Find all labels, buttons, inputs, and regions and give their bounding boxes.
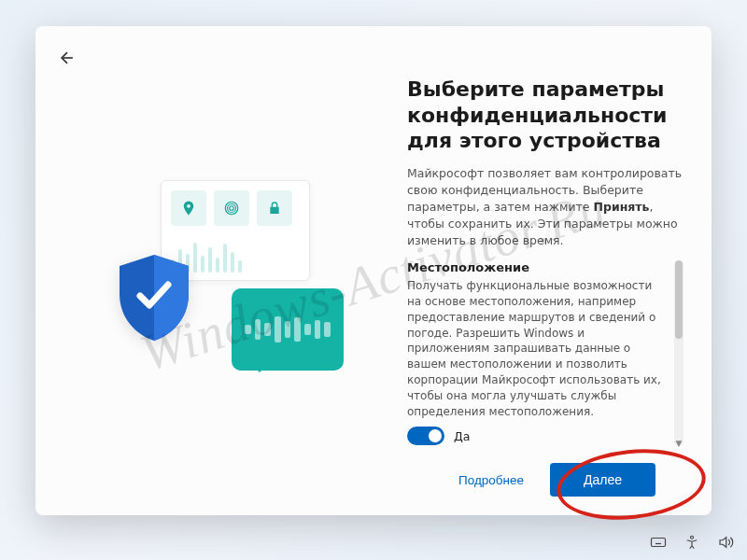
dialog-footer: Подробнее Далее (407, 454, 684, 515)
section-body: Получать функциональные возможности на о… (407, 278, 667, 419)
svg-rect-3 (652, 539, 666, 547)
toggle-row: Да (407, 427, 667, 445)
shield-check-icon (114, 253, 194, 343)
hero-illustration (110, 175, 353, 380)
scrollbar-thumb[interactable] (675, 260, 683, 339)
location-pin-icon (171, 190, 206, 226)
next-button[interactable]: Далее (550, 463, 655, 497)
scroll-down-arrow-icon[interactable]: ▼ (674, 439, 684, 448)
learn-more-link[interactable]: Подробнее (458, 473, 524, 487)
volume-icon[interactable] (717, 534, 734, 551)
fingerprint-icon (214, 190, 249, 226)
section-location: Местоположение Получать функциональные в… (407, 260, 667, 445)
dialog-content: Выберите параметры конфиденциальности дл… (35, 26, 712, 515)
svg-point-9 (691, 536, 694, 539)
location-toggle[interactable] (407, 427, 444, 445)
accessibility-icon[interactable] (684, 534, 700, 551)
settings-scroll-area: Местоположение Получать функциональные в… (407, 260, 684, 446)
intro-text: Майкрософт позволяет вам контролировать … (407, 165, 684, 250)
arrow-left-icon (58, 49, 77, 67)
keyboard-icon[interactable] (650, 534, 667, 551)
hero-speech-bubble (232, 288, 344, 371)
hero-pane (63, 77, 400, 515)
settings-list: Местоположение Получать функциональные в… (407, 260, 669, 446)
back-button[interactable] (58, 49, 77, 71)
section-title: Местоположение (407, 260, 667, 274)
system-tray (650, 534, 734, 551)
svg-point-0 (230, 206, 234, 211)
oobe-dialog: Выберите параметры конфиденциальности дл… (35, 26, 712, 515)
scrollbar[interactable]: ▲ ▼ (674, 260, 684, 446)
toggle-label: Да (454, 429, 470, 443)
page-title: Выберите параметры конфиденциальности дл… (407, 77, 684, 154)
svg-point-1 (228, 204, 236, 213)
lock-icon (257, 190, 292, 226)
settings-pane: Выберите параметры конфиденциальности дл… (407, 77, 684, 515)
